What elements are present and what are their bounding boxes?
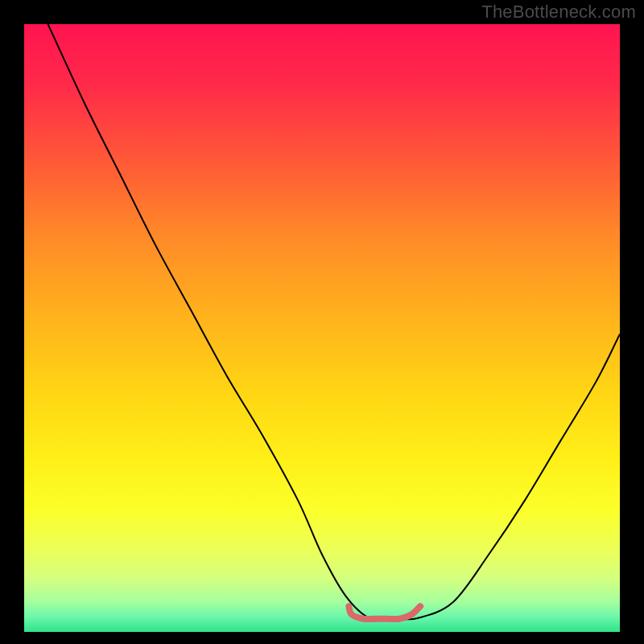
chart-plot-area xyxy=(24,24,620,632)
chart-svg xyxy=(24,24,620,632)
watermark-text: TheBottleneck.com xyxy=(481,2,636,23)
gradient-background xyxy=(24,24,620,632)
chart-frame: TheBottleneck.com xyxy=(0,0,644,644)
